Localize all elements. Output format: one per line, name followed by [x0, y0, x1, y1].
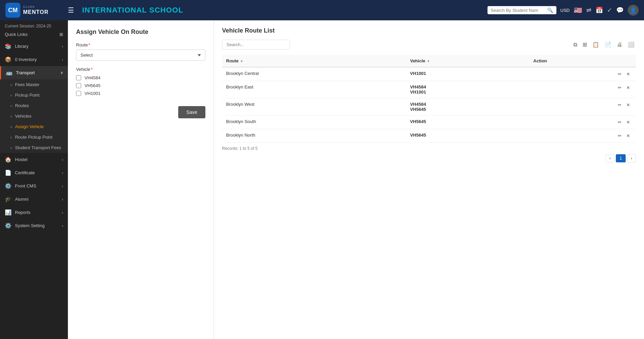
- sidebar-item-system-setting[interactable]: ⚙️ System Setting ›: [0, 219, 68, 232]
- edit-btn-1[interactable]: ✏: [616, 84, 623, 91]
- label-student-transport-fees: Student Transport Fees: [15, 145, 61, 150]
- library-icon: 📚: [5, 43, 12, 49]
- sidebar-label-library: Library: [15, 44, 29, 49]
- cell-route-3: Brooklyn South: [222, 116, 406, 129]
- table-header-row: Route ▾ Vehicle ▾ Action: [222, 55, 636, 67]
- delete-btn-2[interactable]: ✕: [625, 102, 632, 108]
- cell-vehicle-4: VH5645: [406, 129, 529, 143]
- main-layout: Current Session: 2024-25 Quick Links ⊞ 📚…: [0, 20, 644, 339]
- sidebar-item-certificate[interactable]: 📄 Certificate ›: [0, 166, 68, 179]
- toolbar-pdf-icon[interactable]: 📄: [603, 40, 613, 49]
- logo-mentor: MENTOR: [23, 9, 49, 15]
- left-panel-title: Assign Vehicle On Route: [76, 28, 205, 36]
- page-next[interactable]: ›: [627, 154, 636, 162]
- edit-btn-0[interactable]: ✏: [616, 71, 623, 77]
- certificate-icon: 📄: [5, 170, 12, 176]
- vehicle-checkbox-vh5645[interactable]: [76, 83, 81, 88]
- sidebar-item-front-cms[interactable]: ⚙️ Front CMS ›: [0, 179, 68, 193]
- alumni-icon: 🎓: [5, 196, 12, 202]
- submenu-route-pickup-point[interactable]: » Route Pickup Point: [0, 132, 68, 142]
- edit-btn-4[interactable]: ✏: [616, 133, 623, 139]
- chevron-reports: ›: [62, 211, 63, 215]
- sort-vehicle[interactable]: ▾: [427, 59, 429, 63]
- list-search-input[interactable]: [222, 40, 290, 49]
- submenu-pickup-point[interactable]: » Pickup Point: [0, 90, 68, 100]
- sidebar-item-library[interactable]: 📚 Library ›: [0, 40, 68, 53]
- vehicle-option-vh4584[interactable]: VH4584: [76, 75, 205, 80]
- transfer-icon[interactable]: ⇌: [586, 6, 591, 14]
- navbar-right: 🔍 USD 🇺🇸 ⇌ 📅 ✓ 💬 👤: [487, 5, 639, 16]
- table-row: Brooklyn NorthVH5645 ✏ ✕: [222, 129, 636, 143]
- calendar-icon[interactable]: 📅: [595, 6, 603, 14]
- left-panel: Assign Vehicle On Route Route* Select Ve…: [68, 20, 214, 339]
- logo-text: CLASS MENTOR: [23, 5, 49, 15]
- cell-vehicle-3: VH5645: [406, 116, 529, 129]
- col-route: Route ▾: [222, 55, 406, 67]
- currency-badge[interactable]: USD: [560, 8, 570, 13]
- transport-submenu: » Fees Master » Pickup Point » Routes » …: [0, 79, 68, 153]
- reports-icon: 📊: [5, 209, 12, 216]
- table-row: Brooklyn SouthVH5645 ✏ ✕: [222, 116, 636, 129]
- pagination: ‹ 1 ›: [222, 154, 636, 162]
- sidebar-item-inventory[interactable]: 📦 0 Inventory ›: [0, 53, 68, 66]
- vehicle-option-vh5645[interactable]: VH5645: [76, 83, 205, 88]
- sidebar-item-reports[interactable]: 📊 Reports ›: [0, 206, 68, 219]
- vehicle-form-group: Vehicle* VH4584 VH5645 VH1001: [76, 67, 205, 96]
- logo-class: CLASS: [23, 5, 49, 9]
- delete-btn-3[interactable]: ✕: [625, 119, 632, 125]
- table-row: Brooklyn WestVH4584VH5645 ✏ ✕: [222, 98, 636, 116]
- delete-btn-0[interactable]: ✕: [625, 71, 632, 77]
- route-form-group: Route* Select: [76, 42, 205, 61]
- table-row: Brooklyn EastVH4584VH1001 ✏ ✕: [222, 81, 636, 98]
- route-select[interactable]: Select: [76, 49, 205, 61]
- toolbar-excel-icon[interactable]: ⊞: [581, 40, 588, 49]
- save-button[interactable]: Save: [178, 106, 205, 118]
- flag-icon[interactable]: 🇺🇸: [574, 6, 582, 14]
- submenu-vehicles[interactable]: » Vehicles: [0, 111, 68, 121]
- sidebar-item-transport[interactable]: 🚌 Transport ∨: [0, 66, 68, 79]
- cell-route-1: Brooklyn East: [222, 81, 406, 98]
- toolbar-csv-icon[interactable]: 📋: [591, 40, 601, 49]
- sidebar-label-transport: Transport: [16, 70, 35, 75]
- session-label: Current Session: 2024-25: [5, 24, 51, 28]
- cell-route-2: Brooklyn West: [222, 98, 406, 116]
- sidebar-item-hostel[interactable]: 🏠 Hostel ›: [0, 153, 68, 166]
- page-prev[interactable]: ‹: [606, 154, 614, 162]
- chevron-system-setting: ›: [62, 224, 63, 228]
- session-info: Current Session: 2024-25: [0, 20, 68, 31]
- toolbar-copy-icon[interactable]: ⧉: [572, 40, 578, 49]
- avatar[interactable]: 👤: [628, 5, 639, 16]
- submenu-student-transport-fees[interactable]: » Student Transport Fees: [0, 142, 68, 153]
- arrow-vehicles: »: [10, 114, 12, 118]
- table-row: Brooklyn CentralVH1001 ✏ ✕: [222, 67, 636, 81]
- search-box: 🔍: [487, 6, 556, 14]
- edit-btn-3[interactable]: ✏: [616, 119, 623, 125]
- submenu-assign-vehicle[interactable]: » Assign Vehicle: [0, 121, 68, 132]
- sidebar-item-alumni[interactable]: 🎓 Alumni ›: [0, 193, 68, 206]
- list-toolbar: ⧉ ⊞ 📋 📄 🖨 ⬜: [222, 40, 636, 49]
- toolbar-print-icon[interactable]: 🖨: [615, 40, 624, 49]
- vehicle-option-vh1001[interactable]: VH1001: [76, 91, 205, 96]
- search-input[interactable]: [491, 8, 545, 13]
- submenu-routes[interactable]: » Routes: [0, 100, 68, 111]
- cell-vehicle-1: VH4584VH1001: [406, 81, 529, 98]
- vehicle-checkbox-vh4584[interactable]: [76, 75, 81, 80]
- hamburger-button[interactable]: ☰: [65, 5, 77, 16]
- chevron-transport: ∨: [60, 71, 63, 75]
- delete-btn-4[interactable]: ✕: [625, 133, 632, 139]
- quick-links[interactable]: Quick Links ⊞: [0, 31, 68, 40]
- vehicle-checkbox-vh1001[interactable]: [76, 91, 81, 96]
- toolbar-columns-icon[interactable]: ⬜: [626, 40, 636, 49]
- whatsapp-icon[interactable]: 💬: [616, 6, 624, 14]
- check-icon[interactable]: ✓: [607, 6, 612, 14]
- cell-action-2: ✏ ✕: [529, 98, 636, 116]
- vehicle-required: *: [91, 67, 93, 72]
- page-1[interactable]: 1: [616, 154, 626, 162]
- list-title: Vehicle Route List: [222, 27, 636, 34]
- sort-route[interactable]: ▾: [241, 59, 242, 63]
- label-assign-vehicle: Assign Vehicle: [15, 124, 44, 129]
- transport-icon: 🚌: [6, 69, 13, 76]
- delete-btn-1[interactable]: ✕: [625, 84, 632, 91]
- edit-btn-2[interactable]: ✏: [616, 102, 623, 108]
- submenu-fees-master[interactable]: » Fees Master: [0, 79, 68, 90]
